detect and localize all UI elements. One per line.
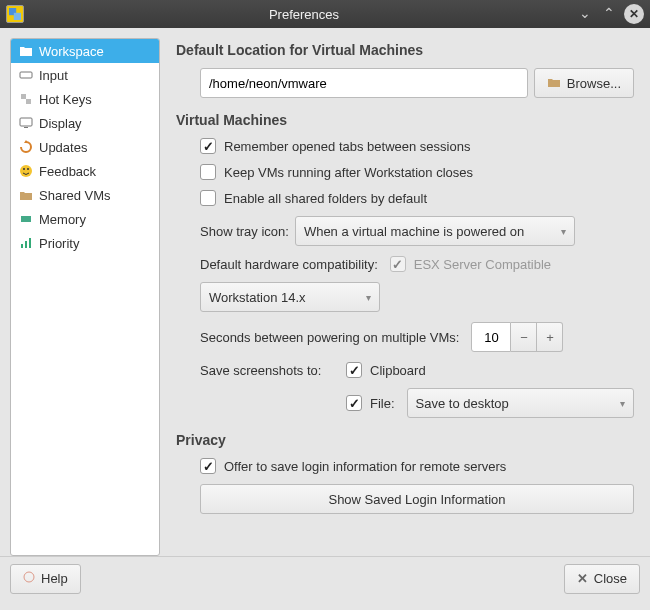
enable-shared-checkbox[interactable]: Enable all shared folders by default <box>200 190 427 206</box>
seconds-label: Seconds between powering on multiple VMs… <box>200 330 459 345</box>
minimize-icon[interactable]: ⌄ <box>576 4 594 22</box>
checkbox-icon <box>200 190 216 206</box>
offer-save-login-checkbox[interactable]: Offer to save login information for remo… <box>200 458 506 474</box>
help-icon <box>23 571 35 586</box>
sidebar-item-label: Feedback <box>39 164 96 179</box>
close-button[interactable]: ✕ Close <box>564 564 640 594</box>
esx-compatible-checkbox: ESX Server Compatible <box>390 256 551 272</box>
svg-rect-13 <box>29 238 31 248</box>
chevron-down-icon: ▾ <box>366 292 371 303</box>
tray-dropdown[interactable]: When a virtual machine is powered on ▾ <box>295 216 575 246</box>
app-icon <box>6 5 24 23</box>
svg-rect-6 <box>24 127 28 128</box>
seconds-spinner: − + <box>471 322 563 352</box>
browse-button[interactable]: Browse... <box>534 68 634 98</box>
hw-compat-dropdown[interactable]: Workstation 14.x ▾ <box>200 282 380 312</box>
tray-label: Show tray icon: <box>200 224 289 239</box>
sidebar-item-label: Updates <box>39 140 87 155</box>
footer: Help ✕ Close <box>0 556 650 600</box>
svg-rect-12 <box>25 241 27 248</box>
file-dest-dropdown[interactable]: Save to desktop ▾ <box>407 388 634 418</box>
window-title: Preferences <box>32 7 576 22</box>
default-location-input[interactable] <box>200 68 528 98</box>
file-checkbox[interactable]: File: <box>346 395 395 411</box>
svg-rect-10 <box>21 216 31 222</box>
sidebar-item-label: Input <box>39 68 68 83</box>
checkbox-icon <box>200 138 216 154</box>
sidebar-item-label: Hot Keys <box>39 92 92 107</box>
svg-rect-1 <box>14 13 21 20</box>
show-saved-login-button[interactable]: Show Saved Login Information <box>200 484 634 514</box>
priority-icon <box>19 236 33 250</box>
maximize-icon[interactable]: ⌃ <box>600 4 618 22</box>
sidebar: Workspace Input Hot Keys Display Updates… <box>10 38 160 556</box>
feedback-icon <box>19 164 33 178</box>
sidebar-item-feedback[interactable]: Feedback <box>11 159 159 183</box>
svg-rect-11 <box>21 244 23 248</box>
sidebar-item-priority[interactable]: Priority <box>11 231 159 255</box>
checkbox-icon <box>346 362 362 378</box>
chevron-down-icon: ▾ <box>620 398 625 409</box>
checkbox-icon <box>390 256 406 272</box>
sidebar-item-label: Memory <box>39 212 86 227</box>
sidebar-item-label: Priority <box>39 236 79 251</box>
svg-rect-5 <box>20 118 32 126</box>
section-default-location: Default Location for Virtual Machines <box>176 42 634 58</box>
sidebar-item-workspace[interactable]: Workspace <box>11 39 159 63</box>
help-button[interactable]: Help <box>10 564 81 594</box>
svg-point-9 <box>27 168 29 170</box>
shared-icon <box>19 188 33 202</box>
sidebar-item-label: Display <box>39 116 82 131</box>
sidebar-item-label: Shared VMs <box>39 188 111 203</box>
folder-icon <box>19 44 33 58</box>
hotkeys-icon <box>19 92 33 106</box>
svg-rect-2 <box>20 72 32 78</box>
main-panel: Default Location for Virtual Machines Br… <box>170 38 640 556</box>
checkbox-icon <box>200 164 216 180</box>
seconds-input[interactable] <box>471 322 511 352</box>
increment-button[interactable]: + <box>537 322 563 352</box>
checkbox-icon <box>346 395 362 411</box>
folder-open-icon <box>547 75 561 92</box>
sidebar-item-memory[interactable]: Memory <box>11 207 159 231</box>
close-icon[interactable]: ✕ <box>624 4 644 24</box>
svg-point-8 <box>23 168 25 170</box>
screenshots-label: Save screenshots to: <box>200 363 340 378</box>
keep-running-checkbox[interactable]: Keep VMs running after Workstation close… <box>200 164 473 180</box>
close-icon: ✕ <box>577 571 588 586</box>
svg-rect-3 <box>21 94 26 99</box>
memory-icon <box>19 212 33 226</box>
sidebar-item-updates[interactable]: Updates <box>11 135 159 159</box>
hw-compat-label: Default hardware compatibility: <box>200 257 378 272</box>
display-icon <box>19 116 33 130</box>
sidebar-item-input[interactable]: Input <box>11 63 159 87</box>
sidebar-item-sharedvms[interactable]: Shared VMs <box>11 183 159 207</box>
svg-point-7 <box>20 165 32 177</box>
clipboard-checkbox[interactable]: Clipboard <box>346 362 426 378</box>
remember-tabs-checkbox[interactable]: Remember opened tabs between sessions <box>200 138 470 154</box>
keyboard-icon <box>19 68 33 82</box>
checkbox-icon <box>200 458 216 474</box>
updates-icon <box>19 140 33 154</box>
sidebar-item-label: Workspace <box>39 44 104 59</box>
section-virtual-machines: Virtual Machines <box>176 112 634 128</box>
decrement-button[interactable]: − <box>511 322 537 352</box>
svg-point-14 <box>24 572 34 582</box>
chevron-down-icon: ▾ <box>561 226 566 237</box>
sidebar-item-display[interactable]: Display <box>11 111 159 135</box>
svg-rect-4 <box>26 99 31 104</box>
section-privacy: Privacy <box>176 432 634 448</box>
titlebar: Preferences ⌄ ⌃ ✕ <box>0 0 650 28</box>
sidebar-item-hotkeys[interactable]: Hot Keys <box>11 87 159 111</box>
